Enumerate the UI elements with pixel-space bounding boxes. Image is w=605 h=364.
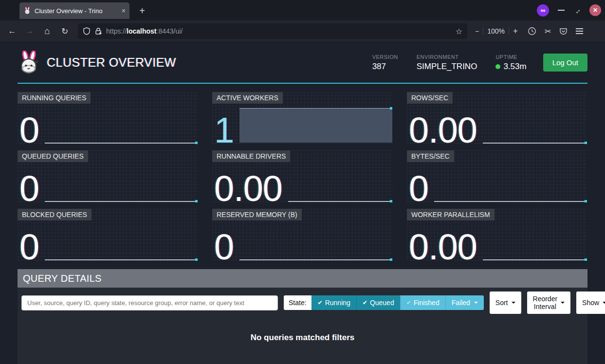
query-filter-toolbar: State: ✔ Running ✔ Queued ✔ Finished Fai… — [18, 288, 587, 318]
sparkline — [434, 201, 587, 202]
metric-label: WORKER PARALLELISM — [407, 209, 495, 220]
zoom-out-button[interactable]: − — [475, 27, 479, 35]
sparkline — [483, 143, 587, 144]
url-bar[interactable]: https://localhost:8443/ui/ ☆ — [78, 23, 467, 39]
state-filter-finished[interactable]: ✔ Finished — [400, 295, 445, 310]
check-icon: ✔ — [318, 299, 323, 306]
state-filter-queued[interactable]: ✔ Queued — [356, 295, 400, 310]
metric-card-worker-parallelism: WORKER PARALLELISM 0.00 — [407, 209, 587, 261]
uptime-status-dot — [495, 64, 500, 69]
query-details-panel: QUERY DETAILS State: ✔ Running ✔ Queued … — [18, 269, 587, 364]
metric-card-rows-sec: ROWS/SEC 0.00 — [407, 92, 587, 144]
query-search-input[interactable] — [21, 295, 278, 310]
shield-icon[interactable] — [83, 27, 91, 35]
trino-bunny-logo — [18, 51, 40, 75]
zoom-in-button[interactable]: + — [513, 26, 518, 36]
sparkline — [45, 143, 198, 144]
cluster-overview-page: CLUSTER OVERVIEW VERSION 387 ENVIRONMENT… — [0, 42, 605, 364]
tab-close-icon[interactable]: × — [122, 7, 126, 15]
environment-value: SIMPLE_TRINO — [417, 62, 477, 72]
browser-tab[interactable]: Cluster Overview - Trino × — [19, 2, 129, 19]
metric-value: 0.00 — [409, 234, 477, 261]
metric-card-active-workers: ACTIVE WORKERS 1 — [212, 92, 393, 144]
version-value: 387 — [372, 62, 398, 72]
chevron-down-icon — [512, 302, 515, 304]
lock-warning-icon[interactable] — [94, 27, 102, 35]
metric-value: 0.00 — [214, 175, 282, 202]
metric-label: ACTIVE WORKERS — [212, 92, 283, 104]
state-filter-running[interactable]: ✔ Running — [312, 295, 356, 310]
metric-label: ROWS/SEC — [407, 92, 453, 104]
minimize-button[interactable] — [558, 10, 565, 11]
metric-value: 0 — [19, 175, 39, 202]
sparkline — [45, 259, 198, 260]
pocket-icon[interactable] — [559, 27, 568, 36]
logout-button[interactable]: Log Out — [543, 54, 587, 72]
close-button[interactable]: ✕ — [589, 4, 601, 16]
screenshot-scissors-icon[interactable]: ✂ — [545, 27, 551, 36]
metric-card-blocked-queries: BLOCKED QUERIES 0 — [18, 209, 198, 261]
uptime-label: UPTIME — [495, 54, 526, 60]
sparkline — [239, 108, 392, 143]
zoom-level[interactable]: 100% — [487, 27, 505, 35]
metric-value: 0 — [19, 234, 39, 261]
version-label: VERSION — [372, 54, 398, 60]
chevron-down-icon — [474, 302, 478, 304]
environment-label: ENVIRONMENT — [417, 54, 477, 60]
browser-titlebar: Cluster Overview - Trino × + ∞ ↔ ✕ — [0, 0, 605, 20]
app-header: CLUSTER OVERVIEW VERSION 387 ENVIRONMENT… — [18, 42, 587, 84]
metric-label: RUNNABLE DRIVERS — [212, 150, 290, 162]
bookmark-star-icon[interactable]: ☆ — [456, 27, 462, 36]
menu-button[interactable] — [576, 28, 583, 34]
home-button[interactable]: ⌂ — [40, 24, 55, 38]
uptime-value: 3.53m — [503, 62, 526, 72]
metric-card-queued-queries: QUEUED QUERIES 0 — [18, 150, 198, 202]
sparkline — [288, 201, 392, 202]
show-dropdown-button[interactable]: Show — [576, 291, 605, 314]
metric-value: 0 — [214, 234, 234, 261]
metric-card-reserved-memory: RESERVED MEMORY (B) 0 — [212, 209, 393, 261]
divider — [483, 27, 483, 35]
sparkline — [483, 259, 587, 260]
history-clock-icon[interactable] — [528, 27, 536, 36]
query-details-title: QUERY DETAILS — [18, 269, 587, 288]
metric-label: RUNNING QUERIES — [18, 92, 91, 104]
metric-value: 1 — [214, 117, 234, 144]
sparkline — [239, 259, 392, 260]
restore-button[interactable]: ↔ — [571, 5, 583, 16]
metric-label: QUEUED QUERIES — [18, 150, 88, 162]
tab-title: Cluster Overview - Trino — [35, 7, 118, 15]
page-title: CLUSTER OVERVIEW — [47, 55, 176, 70]
reload-button[interactable]: ↻ — [57, 24, 72, 38]
metric-label: BLOCKED QUERIES — [18, 209, 92, 220]
no-queries-message: No queries matched filters — [18, 318, 587, 364]
forward-button[interactable]: → — [22, 24, 37, 38]
metric-value: 0 — [409, 175, 428, 202]
state-filter-failed-dropdown[interactable]: Failed — [445, 295, 484, 310]
metric-label: BYTES/SEC — [407, 150, 454, 162]
browser-toolbar: ← → ⌂ ↻ https://localhost:8443/ui/ ☆ − 1… — [0, 20, 605, 42]
version-stat: VERSION 387 — [372, 54, 398, 72]
new-tab-button[interactable]: + — [135, 4, 149, 18]
metric-value: 0.00 — [409, 117, 477, 144]
url-text: https://localhost:8443/ui/ — [106, 27, 452, 35]
chevron-down-icon — [603, 302, 605, 304]
trino-favicon-icon — [23, 7, 31, 15]
uptime-stat: UPTIME 3.53m — [495, 54, 526, 72]
state-filter-label: State: — [284, 295, 312, 310]
sort-dropdown-button[interactable]: Sort — [490, 291, 521, 314]
chevron-down-icon — [561, 302, 565, 304]
metric-card-bytes-sec: BYTES/SEC 0 — [407, 150, 587, 202]
check-icon: ✔ — [363, 299, 367, 306]
back-button[interactable]: ← — [5, 24, 19, 38]
check-icon: ✔ — [406, 299, 411, 306]
metric-card-running-queries: RUNNING QUERIES 0 — [18, 92, 198, 144]
environment-stat: ENVIRONMENT SIMPLE_TRINO — [417, 54, 477, 72]
state-filter-group: State: ✔ Running ✔ Queued ✔ Finished Fai… — [284, 295, 484, 310]
metric-label: RESERVED MEMORY (B) — [212, 209, 302, 220]
private-browsing-icon: ∞ — [537, 4, 549, 17]
reorder-interval-dropdown-button[interactable]: Reorder Interval — [527, 291, 571, 314]
sparkline — [45, 201, 198, 202]
metric-cards-grid: RUNNING QUERIES 0 ACTIVE WORKERS 1 ROWS/… — [18, 92, 587, 261]
divider — [509, 27, 509, 35]
